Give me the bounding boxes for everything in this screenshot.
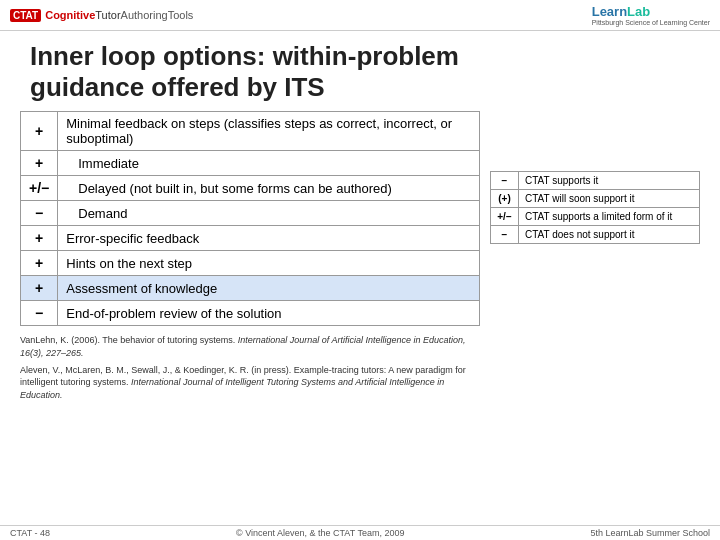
legend-text: CTAT supports a limited form of it	[519, 208, 700, 226]
table-row: −Demand	[21, 201, 480, 226]
legend-row: +/−CTAT supports a limited form of it	[491, 208, 700, 226]
reference-2: Aleven, V., McLaren, B. M., Sewall, J., …	[20, 364, 480, 402]
legend-text: CTAT will soon support it	[519, 190, 700, 208]
table-row: +Immediate	[21, 151, 480, 176]
references: VanLehn, K. (2006). The behavior of tuto…	[20, 334, 480, 401]
legend-symbol: +/−	[491, 208, 519, 226]
row-symbol: −	[21, 301, 58, 326]
row-text: Assessment of knowledge	[58, 276, 480, 301]
main-table: +Minimal feedback on steps (classifies s…	[20, 111, 480, 326]
learnlab-text: LearnLab	[592, 4, 710, 19]
row-text: Immediate	[58, 151, 480, 176]
legend-table: −CTAT supports it(+)CTAT will soon suppo…	[490, 171, 700, 244]
table-row: +Hints on the next step	[21, 251, 480, 276]
row-symbol: +	[21, 276, 58, 301]
bottom-bar: CTAT - 48 © Vincent Aleven, & the CTAT T…	[0, 525, 720, 540]
row-symbol: +	[21, 151, 58, 176]
ref1-normal: VanLehn, K. (2006). The behavior of tuto…	[20, 335, 235, 345]
row-symbol: −	[21, 201, 58, 226]
row-symbol: +	[21, 112, 58, 151]
reference-1: VanLehn, K. (2006). The behavior of tuto…	[20, 334, 480, 359]
legend-text: CTAT does not support it	[519, 226, 700, 244]
table-row: −End-of-problem review of the solution	[21, 301, 480, 326]
table-row: +Error-specific feedback	[21, 226, 480, 251]
ctat-box-label: CTAT	[10, 9, 41, 22]
learnlab-logo: LearnLab Pittsburgh Science of Learning …	[592, 4, 710, 26]
page-title: Inner loop options: within-problem guida…	[0, 31, 720, 111]
legend-row: −CTAT does not support it	[491, 226, 700, 244]
row-text: Delayed (not built in, but some forms ca…	[58, 176, 480, 201]
footer-left: CTAT - 48	[10, 528, 50, 538]
footer-right: 5th LearnLab Summer School	[590, 528, 710, 538]
legend-text: CTAT supports it	[519, 172, 700, 190]
legend-symbol: −	[491, 172, 519, 190]
footer-center: © Vincent Aleven, & the CTAT Team, 2009	[236, 528, 404, 538]
content-area: +Minimal feedback on steps (classifies s…	[0, 111, 720, 405]
row-text: Hints on the next step	[58, 251, 480, 276]
ctat-logo: CTAT CognitiveTutorAuthoringTools	[10, 9, 193, 22]
row-text: Minimal feedback on steps (classifies st…	[58, 112, 480, 151]
table-row: +Minimal feedback on steps (classifies s…	[21, 112, 480, 151]
header-bar: CTAT CognitiveTutorAuthoringTools LearnL…	[0, 0, 720, 31]
ctat-full-text: CognitiveTutorAuthoringTools	[45, 9, 193, 21]
table-row: +/−Delayed (not built in, but some forms…	[21, 176, 480, 201]
table-row: +Assessment of knowledge	[21, 276, 480, 301]
row-text: Error-specific feedback	[58, 226, 480, 251]
legend-symbol: −	[491, 226, 519, 244]
legend-section: −CTAT supports it(+)CTAT will soon suppo…	[490, 111, 700, 405]
legend-symbol: (+)	[491, 190, 519, 208]
learnlab-sub: Pittsburgh Science of Learning Center	[592, 19, 710, 26]
legend-row: (+)CTAT will soon support it	[491, 190, 700, 208]
row-symbol: +/−	[21, 176, 58, 201]
legend-row: −CTAT supports it	[491, 172, 700, 190]
left-section: +Minimal feedback on steps (classifies s…	[20, 111, 480, 405]
row-text: Demand	[58, 201, 480, 226]
row-symbol: +	[21, 226, 58, 251]
row-symbol: +	[21, 251, 58, 276]
row-text: End-of-problem review of the solution	[58, 301, 480, 326]
